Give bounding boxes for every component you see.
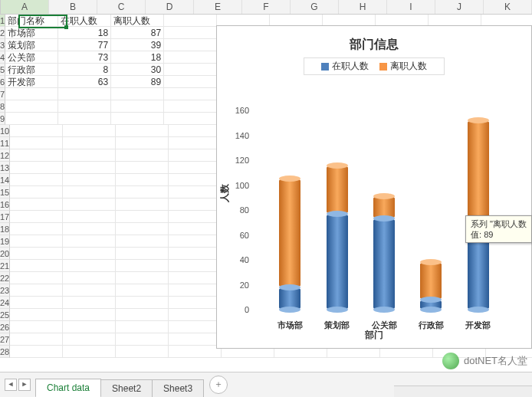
cell[interactable]	[116, 162, 169, 174]
cell[interactable]	[10, 174, 63, 186]
cell[interactable]	[116, 248, 169, 260]
row-header[interactable]: 8	[0, 100, 5, 113]
cell[interactable]	[116, 321, 169, 333]
column-header[interactable]: D	[146, 0, 194, 14]
row-header[interactable]: 16	[0, 198, 10, 211]
cell[interactable]: 30	[111, 64, 164, 76]
cell[interactable]	[10, 333, 63, 346]
row-header[interactable]: 28	[0, 346, 10, 358]
cell[interactable]	[169, 223, 222, 235]
cell-grid[interactable]: 1部门名称在职人数离职人数2市场部18873策划部77394公关部73185行政…	[0, 15, 532, 367]
row-header[interactable]: 12	[0, 149, 10, 162]
embedded-chart[interactable]: 部门信息 在职人数 离职人数 人数 020406080100120140160 …	[216, 25, 532, 349]
cell[interactable]	[10, 260, 63, 272]
cell[interactable]: 18	[58, 27, 111, 39]
cell[interactable]	[5, 88, 58, 100]
cell[interactable]	[169, 248, 222, 260]
row-header[interactable]: 7	[0, 88, 5, 100]
cell[interactable]	[63, 211, 116, 223]
cell[interactable]	[116, 346, 169, 358]
cell[interactable]	[63, 174, 116, 186]
cell[interactable]	[10, 297, 63, 309]
bar[interactable]	[279, 179, 300, 310]
cell[interactable]	[63, 186, 116, 198]
cell[interactable]	[63, 235, 116, 248]
row-header[interactable]: 18	[0, 223, 10, 235]
cell[interactable]	[164, 64, 217, 76]
cell[interactable]	[10, 198, 63, 211]
cell[interactable]	[169, 321, 222, 333]
cell[interactable]	[169, 297, 222, 309]
cell[interactable]	[164, 15, 217, 27]
row-header[interactable]: 26	[0, 321, 10, 333]
cell[interactable]: 在职人数	[58, 15, 111, 27]
cell[interactable]	[10, 248, 63, 260]
row-header[interactable]: 22	[0, 272, 10, 284]
column-header[interactable]: A	[1, 0, 49, 14]
cell[interactable]	[169, 186, 222, 198]
bar[interactable]	[327, 166, 348, 310]
column-header[interactable]: E	[194, 0, 242, 14]
row-header[interactable]: 9	[0, 113, 5, 125]
cell[interactable]	[63, 272, 116, 284]
cell[interactable]	[164, 88, 217, 100]
cell[interactable]	[10, 321, 63, 333]
cell[interactable]	[111, 88, 164, 100]
cell[interactable]: 开发部	[5, 76, 58, 88]
bar[interactable]	[373, 196, 395, 310]
cell[interactable]	[116, 284, 169, 297]
cell[interactable]	[10, 211, 63, 223]
cell[interactable]	[169, 174, 222, 186]
cell[interactable]	[10, 162, 63, 174]
cell[interactable]	[5, 113, 58, 125]
row-header[interactable]: 25	[0, 309, 10, 321]
cell[interactable]	[116, 125, 169, 137]
row-header[interactable]: 11	[0, 137, 10, 149]
cell[interactable]	[10, 149, 63, 162]
row-header[interactable]: 17	[0, 211, 10, 223]
cell[interactable]	[10, 346, 63, 358]
cell[interactable]	[63, 321, 116, 333]
cell[interactable]	[169, 162, 222, 174]
row-header[interactable]: 13	[0, 162, 10, 174]
cell[interactable]	[10, 223, 63, 235]
cell[interactable]	[58, 88, 111, 100]
cell[interactable]	[10, 272, 63, 284]
cell[interactable]	[10, 125, 63, 137]
cell[interactable]	[63, 137, 116, 149]
cell[interactable]	[63, 162, 116, 174]
cell[interactable]	[116, 149, 169, 162]
cell[interactable]	[10, 137, 63, 149]
row-header[interactable]: 20	[0, 248, 10, 260]
cell[interactable]	[169, 346, 222, 358]
cell[interactable]	[116, 211, 169, 223]
cell[interactable]: 策划部	[5, 39, 58, 51]
cell[interactable]	[63, 284, 116, 297]
cell[interactable]: 89	[111, 76, 164, 88]
cell[interactable]	[116, 260, 169, 272]
column-header[interactable]: J	[435, 0, 484, 14]
column-header[interactable]: H	[339, 0, 387, 14]
cell[interactable]	[164, 51, 217, 64]
cell[interactable]	[58, 113, 111, 125]
cell[interactable]	[63, 149, 116, 162]
sheet-nav-prev-icon[interactable]: ◄	[5, 379, 17, 391]
cell[interactable]	[63, 309, 116, 321]
bar[interactable]	[420, 262, 442, 310]
cell[interactable]	[169, 333, 222, 346]
row-header[interactable]: 19	[0, 235, 10, 248]
cell[interactable]: 73	[58, 51, 111, 64]
cell[interactable]: 部门名称	[5, 15, 58, 27]
cell[interactable]	[63, 346, 116, 358]
cell[interactable]	[63, 223, 116, 235]
cell[interactable]	[169, 125, 222, 137]
cell[interactable]: 77	[58, 39, 111, 51]
cell[interactable]	[164, 27, 217, 39]
cell[interactable]	[169, 198, 222, 211]
cell[interactable]	[116, 309, 169, 321]
column-header[interactable]: C	[97, 0, 146, 14]
sheet-tab[interactable]: Sheet3	[152, 379, 204, 397]
cell[interactable]	[111, 100, 164, 113]
cell[interactable]	[116, 137, 169, 149]
cell[interactable]: 行政部	[5, 64, 58, 76]
